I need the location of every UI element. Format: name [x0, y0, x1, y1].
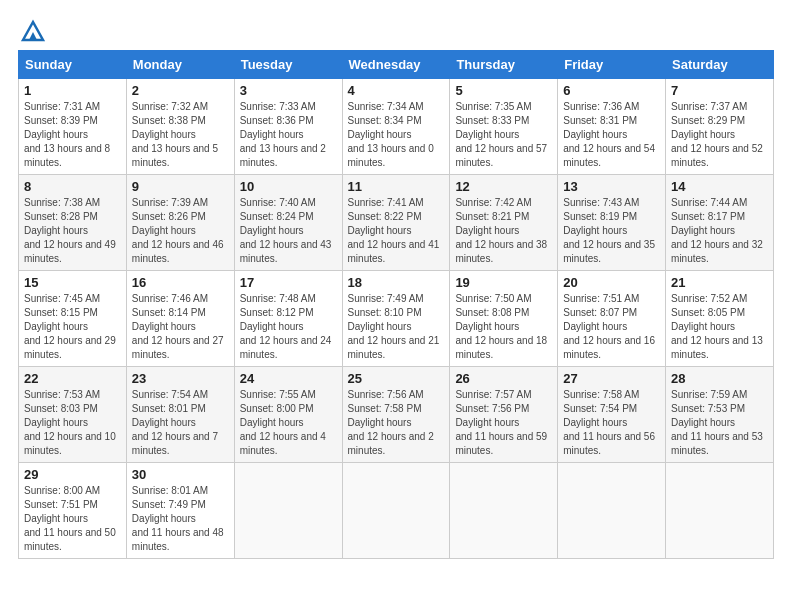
day-number: 28 — [671, 371, 768, 386]
day-number: 17 — [240, 275, 337, 290]
day-info: Sunrise: 7:49 AMSunset: 8:10 PMDaylight … — [348, 292, 445, 362]
day-cell: 5Sunrise: 7:35 AMSunset: 8:33 PMDaylight… — [450, 79, 558, 175]
day-number: 30 — [132, 467, 229, 482]
day-info: Sunrise: 7:44 AMSunset: 8:17 PMDaylight … — [671, 196, 768, 266]
day-number: 14 — [671, 179, 768, 194]
day-cell: 27Sunrise: 7:58 AMSunset: 7:54 PMDayligh… — [558, 367, 666, 463]
day-number: 22 — [24, 371, 121, 386]
col-monday: Monday — [126, 51, 234, 79]
day-number: 13 — [563, 179, 660, 194]
day-cell: 15Sunrise: 7:45 AMSunset: 8:15 PMDayligh… — [19, 271, 127, 367]
day-cell: 4Sunrise: 7:34 AMSunset: 8:34 PMDaylight… — [342, 79, 450, 175]
day-info: Sunrise: 7:42 AMSunset: 8:21 PMDaylight … — [455, 196, 552, 266]
day-number: 6 — [563, 83, 660, 98]
day-cell: 10Sunrise: 7:40 AMSunset: 8:24 PMDayligh… — [234, 175, 342, 271]
day-info: Sunrise: 7:35 AMSunset: 8:33 PMDaylight … — [455, 100, 552, 170]
day-number: 20 — [563, 275, 660, 290]
day-info: Sunrise: 7:53 AMSunset: 8:03 PMDaylight … — [24, 388, 121, 458]
day-cell: 22Sunrise: 7:53 AMSunset: 8:03 PMDayligh… — [19, 367, 127, 463]
day-number: 21 — [671, 275, 768, 290]
day-number: 10 — [240, 179, 337, 194]
day-cell: 8Sunrise: 7:38 AMSunset: 8:28 PMDaylight… — [19, 175, 127, 271]
day-info: Sunrise: 7:31 AMSunset: 8:39 PMDaylight … — [24, 100, 121, 170]
logo-icon — [19, 18, 47, 44]
logo-text — [18, 18, 47, 44]
day-number: 18 — [348, 275, 445, 290]
empty-cell — [666, 463, 774, 559]
day-cell: 13Sunrise: 7:43 AMSunset: 8:19 PMDayligh… — [558, 175, 666, 271]
col-friday: Friday — [558, 51, 666, 79]
day-number: 2 — [132, 83, 229, 98]
day-cell: 2Sunrise: 7:32 AMSunset: 8:38 PMDaylight… — [126, 79, 234, 175]
col-tuesday: Tuesday — [234, 51, 342, 79]
day-number: 8 — [24, 179, 121, 194]
day-info: Sunrise: 7:57 AMSunset: 7:56 PMDaylight … — [455, 388, 552, 458]
page: Sunday Monday Tuesday Wednesday Thursday… — [0, 0, 792, 612]
day-cell: 1Sunrise: 7:31 AMSunset: 8:39 PMDaylight… — [19, 79, 127, 175]
col-sunday: Sunday — [19, 51, 127, 79]
day-cell: 3Sunrise: 7:33 AMSunset: 8:36 PMDaylight… — [234, 79, 342, 175]
calendar-week: 29Sunrise: 8:00 AMSunset: 7:51 PMDayligh… — [19, 463, 774, 559]
calendar-table: Sunday Monday Tuesday Wednesday Thursday… — [18, 50, 774, 559]
day-info: Sunrise: 7:56 AMSunset: 7:58 PMDaylight … — [348, 388, 445, 458]
day-number: 15 — [24, 275, 121, 290]
day-info: Sunrise: 8:00 AMSunset: 7:51 PMDaylight … — [24, 484, 121, 554]
empty-cell — [558, 463, 666, 559]
day-number: 27 — [563, 371, 660, 386]
day-number: 26 — [455, 371, 552, 386]
day-number: 29 — [24, 467, 121, 482]
day-number: 25 — [348, 371, 445, 386]
day-cell: 16Sunrise: 7:46 AMSunset: 8:14 PMDayligh… — [126, 271, 234, 367]
day-cell: 25Sunrise: 7:56 AMSunset: 7:58 PMDayligh… — [342, 367, 450, 463]
day-info: Sunrise: 7:33 AMSunset: 8:36 PMDaylight … — [240, 100, 337, 170]
day-number: 3 — [240, 83, 337, 98]
day-number: 4 — [348, 83, 445, 98]
day-info: Sunrise: 7:55 AMSunset: 8:00 PMDaylight … — [240, 388, 337, 458]
empty-cell — [450, 463, 558, 559]
calendar-week: 15Sunrise: 7:45 AMSunset: 8:15 PMDayligh… — [19, 271, 774, 367]
day-info: Sunrise: 7:46 AMSunset: 8:14 PMDaylight … — [132, 292, 229, 362]
day-cell: 29Sunrise: 8:00 AMSunset: 7:51 PMDayligh… — [19, 463, 127, 559]
day-cell: 24Sunrise: 7:55 AMSunset: 8:00 PMDayligh… — [234, 367, 342, 463]
day-cell: 14Sunrise: 7:44 AMSunset: 8:17 PMDayligh… — [666, 175, 774, 271]
header-row: Sunday Monday Tuesday Wednesday Thursday… — [19, 51, 774, 79]
day-cell: 19Sunrise: 7:50 AMSunset: 8:08 PMDayligh… — [450, 271, 558, 367]
day-cell: 9Sunrise: 7:39 AMSunset: 8:26 PMDaylight… — [126, 175, 234, 271]
calendar-body: 1Sunrise: 7:31 AMSunset: 8:39 PMDaylight… — [19, 79, 774, 559]
day-info: Sunrise: 7:32 AMSunset: 8:38 PMDaylight … — [132, 100, 229, 170]
day-info: Sunrise: 7:34 AMSunset: 8:34 PMDaylight … — [348, 100, 445, 170]
day-info: Sunrise: 7:39 AMSunset: 8:26 PMDaylight … — [132, 196, 229, 266]
day-cell: 23Sunrise: 7:54 AMSunset: 8:01 PMDayligh… — [126, 367, 234, 463]
day-info: Sunrise: 7:52 AMSunset: 8:05 PMDaylight … — [671, 292, 768, 362]
calendar-week: 8Sunrise: 7:38 AMSunset: 8:28 PMDaylight… — [19, 175, 774, 271]
day-info: Sunrise: 7:41 AMSunset: 8:22 PMDaylight … — [348, 196, 445, 266]
day-number: 16 — [132, 275, 229, 290]
day-cell: 28Sunrise: 7:59 AMSunset: 7:53 PMDayligh… — [666, 367, 774, 463]
day-info: Sunrise: 7:40 AMSunset: 8:24 PMDaylight … — [240, 196, 337, 266]
day-number: 7 — [671, 83, 768, 98]
day-info: Sunrise: 7:38 AMSunset: 8:28 PMDaylight … — [24, 196, 121, 266]
day-number: 1 — [24, 83, 121, 98]
empty-cell — [234, 463, 342, 559]
day-number: 23 — [132, 371, 229, 386]
empty-cell — [342, 463, 450, 559]
calendar-week: 22Sunrise: 7:53 AMSunset: 8:03 PMDayligh… — [19, 367, 774, 463]
day-number: 24 — [240, 371, 337, 386]
svg-marker-1 — [29, 32, 37, 40]
day-cell: 26Sunrise: 7:57 AMSunset: 7:56 PMDayligh… — [450, 367, 558, 463]
day-cell: 30Sunrise: 8:01 AMSunset: 7:49 PMDayligh… — [126, 463, 234, 559]
day-cell: 20Sunrise: 7:51 AMSunset: 8:07 PMDayligh… — [558, 271, 666, 367]
day-number: 12 — [455, 179, 552, 194]
col-saturday: Saturday — [666, 51, 774, 79]
day-info: Sunrise: 7:43 AMSunset: 8:19 PMDaylight … — [563, 196, 660, 266]
day-info: Sunrise: 7:51 AMSunset: 8:07 PMDaylight … — [563, 292, 660, 362]
day-number: 9 — [132, 179, 229, 194]
day-info: Sunrise: 7:50 AMSunset: 8:08 PMDaylight … — [455, 292, 552, 362]
day-cell: 12Sunrise: 7:42 AMSunset: 8:21 PMDayligh… — [450, 175, 558, 271]
day-cell: 18Sunrise: 7:49 AMSunset: 8:10 PMDayligh… — [342, 271, 450, 367]
col-wednesday: Wednesday — [342, 51, 450, 79]
day-info: Sunrise: 7:48 AMSunset: 8:12 PMDaylight … — [240, 292, 337, 362]
day-number: 19 — [455, 275, 552, 290]
day-cell: 11Sunrise: 7:41 AMSunset: 8:22 PMDayligh… — [342, 175, 450, 271]
day-cell: 17Sunrise: 7:48 AMSunset: 8:12 PMDayligh… — [234, 271, 342, 367]
